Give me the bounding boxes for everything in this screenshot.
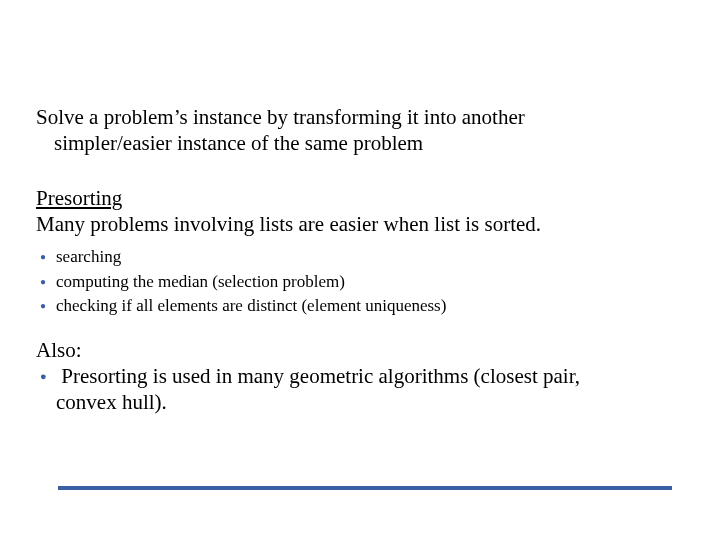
intro-paragraph: Solve a problem’s instance by transformi…: [36, 104, 684, 157]
intro-line-1: Solve a problem’s instance by transformi…: [36, 105, 525, 129]
section-heading: Presorting: [36, 185, 684, 211]
big-bullet-line-1: Presorting is used in many geometric alg…: [61, 364, 580, 388]
section-lead: Many problems involving lists are easier…: [36, 211, 684, 237]
list-item: Presorting is used in many geometric alg…: [56, 363, 684, 416]
big-bullet-list: Presorting is used in many geometric alg…: [36, 363, 684, 416]
footer-rule: [58, 486, 672, 490]
list-item: searching: [56, 245, 684, 270]
big-bullet-line-2: convex hull).: [56, 389, 684, 415]
also-label: Also:: [36, 337, 684, 363]
intro-line-2: simpler/easier instance of the same prob…: [36, 130, 684, 156]
list-item: computing the median (selection problem): [56, 270, 684, 295]
slide: Solve a problem’s instance by transformi…: [0, 0, 720, 540]
small-bullet-list: searching computing the median (selectio…: [36, 245, 684, 319]
list-item: checking if all elements are distinct (e…: [56, 294, 684, 319]
